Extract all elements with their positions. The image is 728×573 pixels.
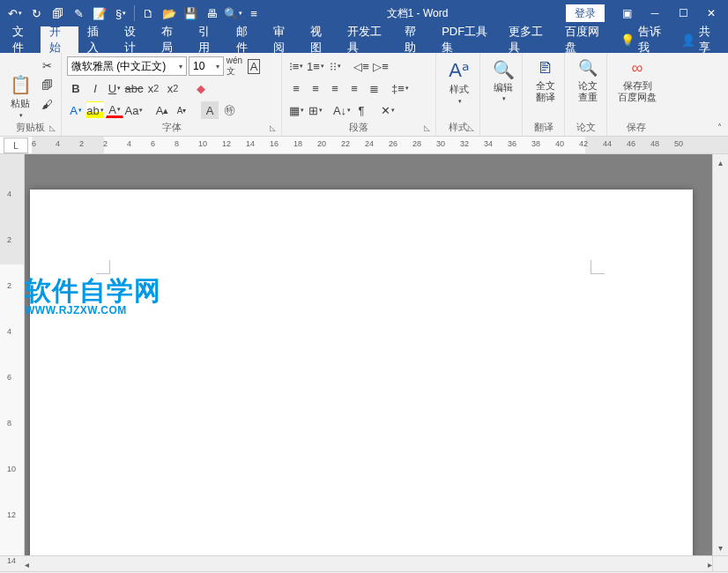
qat-btn-3[interactable]: 📝: [90, 4, 109, 23]
font-size-combo[interactable]: 10▾: [189, 56, 224, 76]
tab-devtools[interactable]: 开发工具: [338, 26, 396, 53]
tab-design[interactable]: 设计: [115, 26, 152, 53]
document-area: 422468101214 软件自学网 WWW.RJZXW.COM ▴ ▾: [0, 154, 728, 555]
scrollbar-vertical[interactable]: ▴ ▾: [712, 154, 728, 555]
collapse-ribbon-button[interactable]: ˄: [712, 120, 726, 134]
ribbon-display-button[interactable]: ▣: [613, 4, 640, 23]
tab-layout[interactable]: 布局: [152, 26, 189, 53]
window-title: 文档1 - Word: [269, 6, 566, 21]
distributed-button[interactable]: ≣: [365, 79, 383, 97]
qat-btn-1[interactable]: 🗐: [48, 4, 67, 23]
char-border-button[interactable]: A: [245, 57, 263, 75]
save-baidu-button[interactable]: ∞ 保存到 百度网盘: [613, 56, 662, 106]
font-color-button[interactable]: A▾: [106, 102, 123, 118]
ruler-horizontal[interactable]: 6422468101214161820222426283032343638404…: [32, 137, 728, 153]
increase-indent-button[interactable]: ▷≡: [372, 57, 390, 75]
qat-btn-4[interactable]: §▾: [111, 4, 130, 23]
italic-button[interactable]: I: [86, 79, 104, 97]
phonetic-guide-button[interactable]: wén文: [226, 57, 243, 75]
page[interactable]: [30, 190, 693, 555]
shrink-font-button[interactable]: A▾: [173, 101, 190, 119]
enclose-char-button[interactable]: ㊕: [220, 101, 238, 119]
tab-selector-button[interactable]: L: [4, 138, 28, 153]
copy-button[interactable]: 🗐: [38, 76, 56, 93]
show-marks-button[interactable]: ¶: [353, 101, 370, 119]
bulb-icon: 💡: [620, 33, 635, 47]
document-canvas[interactable]: 软件自学网 WWW.RJZXW.COM: [25, 154, 712, 555]
text-effects-button[interactable]: A▾: [67, 101, 85, 119]
styles-launcher[interactable]: ◺: [464, 122, 477, 134]
grow-font-button[interactable]: A▴: [153, 101, 171, 119]
share-button[interactable]: 👤共享: [672, 24, 724, 56]
char-shading-button[interactable]: A: [201, 101, 219, 119]
sort-button[interactable]: A↓▾: [333, 101, 351, 119]
font-launcher[interactable]: ◺: [266, 122, 279, 134]
maximize-button[interactable]: ☐: [670, 4, 696, 23]
clear-formatting-button[interactable]: ◆: [192, 79, 210, 97]
ruler-vertical[interactable]: 422468101214: [0, 154, 25, 555]
numbering-button[interactable]: 1≡▾: [307, 57, 324, 75]
editing-button[interactable]: 🔍 编辑▾: [486, 56, 521, 106]
format-painter-button[interactable]: 🖌: [38, 95, 56, 113]
undo-button[interactable]: ↶▾: [5, 4, 25, 23]
tab-file[interactable]: 文件: [4, 26, 41, 53]
print-button[interactable]: 🖶: [202, 4, 221, 23]
styles-button[interactable]: Aᵃ 样式▾: [442, 56, 477, 108]
tab-references[interactable]: 引用: [189, 26, 227, 53]
qat-separator: [134, 5, 135, 21]
font-size-value: 10: [193, 60, 204, 72]
login-button[interactable]: 登录: [566, 4, 605, 22]
tab-mailings[interactable]: 邮件: [227, 26, 264, 53]
open-button[interactable]: 📂: [160, 4, 179, 23]
align-left-button[interactable]: ≡: [287, 79, 305, 97]
font-name-value: 微软雅黑 (中文正文): [71, 59, 166, 74]
borders-button[interactable]: ⊞▾: [307, 101, 324, 119]
tab-insert[interactable]: 插入: [78, 26, 115, 53]
paragraph-launcher[interactable]: ◺: [420, 122, 433, 134]
scroll-up-button[interactable]: ▴: [713, 154, 728, 170]
line-spacing-button[interactable]: ‡≡▾: [391, 79, 409, 97]
close-button[interactable]: ✕: [698, 4, 724, 23]
tab-home[interactable]: 开始: [41, 26, 78, 53]
bold-button[interactable]: B: [67, 79, 85, 97]
superscript-button[interactable]: x2: [164, 79, 182, 97]
strikethrough-button[interactable]: abc: [125, 79, 143, 97]
tab-pdftools[interactable]: PDF工具集: [433, 26, 500, 53]
tab-view[interactable]: 视图: [301, 26, 338, 53]
group-editing: 🔍 编辑▾: [480, 53, 523, 136]
justify-button[interactable]: ≡: [345, 79, 363, 97]
align-center-button[interactable]: ≡: [307, 79, 324, 97]
tab-review[interactable]: 审阅: [264, 26, 301, 53]
styles-icon: Aᵃ: [449, 59, 470, 82]
new-button[interactable]: 🗋: [138, 4, 158, 23]
shading-button[interactable]: ▦▾: [287, 101, 305, 119]
scroll-down-button[interactable]: ▾: [713, 540, 728, 555]
translate-button[interactable]: 🖹 全文 翻译: [528, 56, 563, 106]
underline-button[interactable]: U▾: [106, 79, 123, 97]
bullets-button[interactable]: ⁝≡▾: [287, 57, 305, 75]
qat-customize-button[interactable]: ≡: [244, 4, 264, 23]
font-name-combo[interactable]: 微软雅黑 (中文正文)▾: [67, 56, 187, 76]
paragraph-extra-button[interactable]: ✕▾: [379, 101, 397, 119]
align-right-button[interactable]: ≡: [326, 79, 344, 97]
qat-btn-2[interactable]: ✎: [69, 4, 88, 23]
tab-moretools[interactable]: 更多工具: [500, 26, 557, 53]
redo-button[interactable]: ↻: [26, 4, 46, 23]
tell-me-input[interactable]: 💡告诉我: [613, 24, 672, 56]
subscript-button[interactable]: x2: [145, 79, 162, 97]
tab-help[interactable]: 帮助: [396, 26, 433, 53]
decrease-indent-button[interactable]: ◁≡: [353, 57, 370, 75]
multilevel-button[interactable]: ⁝⁝▾: [326, 57, 344, 75]
cut-button[interactable]: ✂: [38, 56, 56, 74]
print-preview-button[interactable]: 🔍▾: [223, 4, 242, 23]
scroll-h-track[interactable]: [29, 556, 708, 571]
highlight-button[interactable]: ab▾: [86, 101, 104, 119]
scroll-v-track[interactable]: [713, 170, 728, 540]
tab-baidu[interactable]: 百度网盘: [556, 26, 613, 53]
minimize-button[interactable]: ─: [642, 4, 668, 23]
save-button[interactable]: 💾: [181, 4, 200, 23]
scrollbar-horizontal[interactable]: ◂ ▸: [25, 555, 712, 571]
change-case-button[interactable]: Aa▾: [125, 101, 143, 119]
clipboard-launcher[interactable]: ◺: [46, 122, 58, 134]
paper-check-button[interactable]: 🔍 论文 查重: [570, 56, 605, 106]
